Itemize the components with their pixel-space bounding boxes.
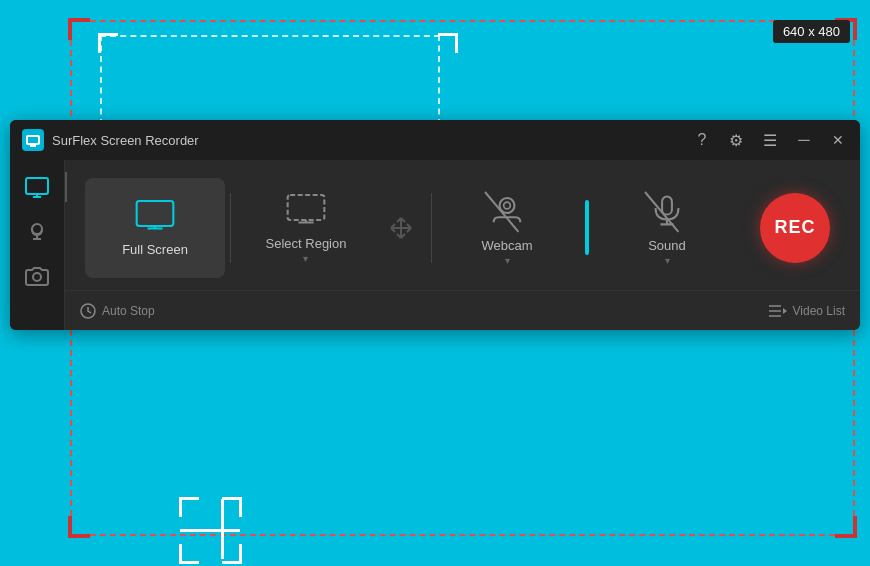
title-controls: ? ⚙ ☰ ─ ✕: [692, 130, 848, 150]
mode-full-screen[interactable]: Full Screen: [85, 178, 225, 278]
close-button[interactable]: ✕: [828, 130, 848, 150]
corner-bl: [68, 516, 90, 538]
audio-level-bar: [585, 200, 589, 255]
mode-sound[interactable]: Sound ▾: [597, 178, 737, 278]
sidebar-item-screen[interactable]: [19, 170, 55, 206]
crosshair-corner-tr: [222, 497, 242, 517]
rec-label: REC: [774, 217, 815, 238]
webcam-arrow: ▾: [505, 255, 510, 266]
move-cursor: [376, 214, 426, 242]
crosshair-vertical: [221, 499, 224, 559]
sound-icon-container: [647, 190, 687, 230]
sidebar-item-audio[interactable]: [19, 214, 55, 250]
app-logo: [22, 129, 44, 151]
title-bar: SurFlex Screen Recorder ? ⚙ ☰ ─ ✕: [10, 120, 860, 160]
sidebar: [10, 160, 65, 330]
mode-full-screen-label: Full Screen: [122, 242, 188, 257]
rec-button[interactable]: REC: [760, 193, 830, 263]
corner-br: [835, 516, 857, 538]
mode-webcam[interactable]: Webcam ▾: [437, 178, 577, 278]
crosshair-corner-bl: [179, 544, 199, 564]
minimize-button[interactable]: ─: [794, 130, 814, 150]
svg-rect-10: [288, 195, 325, 220]
bottom-bar: Auto Stop Video List: [65, 290, 860, 330]
white-corner-tr: [438, 33, 458, 53]
svg-point-6: [33, 273, 41, 281]
svg-rect-15: [662, 196, 672, 214]
resolution-badge: 640 x 480: [773, 20, 850, 43]
sound-with-arrow: Sound ▾: [648, 238, 686, 266]
video-list-button[interactable]: Video List: [769, 304, 845, 318]
settings-button[interactable]: ⚙: [726, 130, 746, 150]
webcam-icon-container: [487, 190, 527, 230]
svg-point-14: [504, 202, 511, 209]
white-corner-tl: [98, 33, 118, 53]
menu-button[interactable]: ☰: [760, 130, 780, 150]
auto-stop-label: Auto Stop: [102, 304, 155, 318]
webcam-with-arrow: Webcam ▾: [481, 238, 532, 266]
sound-arrow: ▾: [665, 255, 670, 266]
mode-webcam-label: Webcam: [481, 238, 532, 253]
auto-stop-button[interactable]: Auto Stop: [80, 303, 155, 319]
crosshair-corner-tl: [179, 497, 199, 517]
app-title: SurFlex Screen Recorder: [52, 133, 692, 148]
main-content: Full Screen Select Region ▾: [65, 160, 860, 290]
help-button[interactable]: ?: [692, 130, 712, 150]
svg-marker-22: [783, 308, 787, 314]
svg-rect-0: [26, 178, 48, 194]
sidebar-item-camera[interactable]: [19, 258, 55, 294]
svg-rect-7: [137, 201, 174, 226]
video-list-label: Video List: [793, 304, 845, 318]
crosshair-horizontal: [180, 529, 240, 532]
mode-sound-label: Sound: [648, 238, 686, 253]
select-region-arrow: ▾: [303, 253, 308, 264]
divider-2: [431, 193, 432, 263]
mode-select-region-label: Select Region: [266, 236, 347, 251]
app-window: SurFlex Screen Recorder ? ⚙ ☰ ─ ✕: [10, 120, 860, 330]
logo-icon: [26, 135, 40, 145]
svg-point-13: [500, 198, 515, 213]
corner-tl: [68, 18, 90, 40]
select-region-with-arrow: Select Region ▾: [266, 236, 347, 264]
crosshair-corner-br: [222, 544, 242, 564]
sidebar-divider: [65, 172, 67, 202]
divider-1: [230, 193, 231, 263]
white-selection-area: [100, 35, 440, 125]
mode-select-region[interactable]: Select Region ▾: [236, 178, 376, 278]
